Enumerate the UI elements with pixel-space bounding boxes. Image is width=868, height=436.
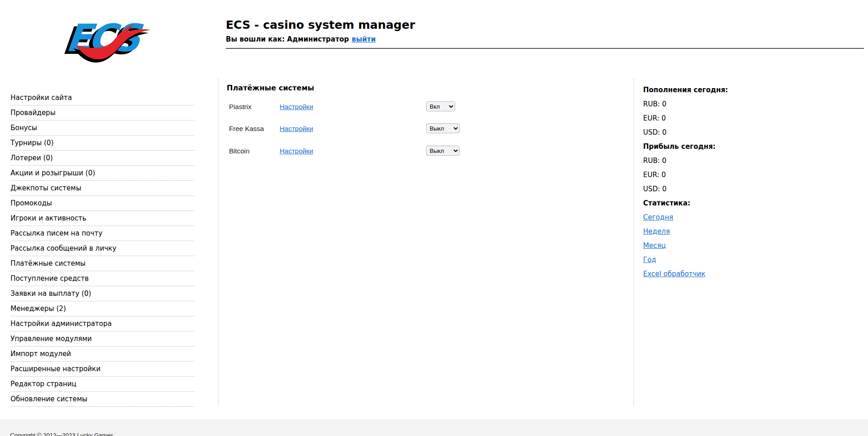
sidebar-item-incoming-funds[interactable]: Поступление средств xyxy=(10,271,194,286)
page-title: ECS - casino system manager xyxy=(226,18,415,32)
stats-link-excel[interactable]: Excel обработчик xyxy=(643,270,705,278)
logout-link[interactable]: выйти xyxy=(352,35,376,43)
sidebar-menu: Настройки сайта Провайдеры Бонусы Турнир… xyxy=(10,90,194,407)
stats-link-today[interactable]: Сегодня xyxy=(643,213,673,221)
sidebar-item-managers[interactable]: Менеджеры (2) xyxy=(10,301,194,316)
sidebar-item-bonuses[interactable]: Бонусы xyxy=(10,121,194,136)
freekassa-state-select[interactable]: Выкл xyxy=(426,123,460,133)
deposits-today-title: Пополнения сегодня: xyxy=(643,86,858,100)
statistics-title: Статистика: xyxy=(643,199,858,213)
bitcoin-state-select[interactable]: Выкл xyxy=(426,146,460,156)
sidebar-item-tournaments[interactable]: Турниры (0) xyxy=(10,136,194,151)
payment-name: Piastrix xyxy=(229,103,251,110)
sidebar-item-payout-requests[interactable]: Заявки на выплату (0) xyxy=(10,286,194,301)
sidebar-item-players-activity[interactable]: Игроки и активность xyxy=(10,211,194,226)
logged-in-label: Вы вошли как: Администратор xyxy=(226,35,349,43)
piastrix-state-select[interactable]: Вкл xyxy=(426,101,455,111)
sidebar-item-lotteries[interactable]: Лотереи (0) xyxy=(10,151,194,166)
sidebar-item-module-import[interactable]: Импорт модулей xyxy=(10,347,194,362)
stats-link-week[interactable]: Неделя xyxy=(643,227,670,236)
main-title: Платёжные системы xyxy=(227,84,628,92)
deposits-usd: USD: 0 xyxy=(643,128,858,142)
profit-eur: EUR: 0 xyxy=(643,171,858,185)
deposits-eur: EUR: 0 xyxy=(643,114,858,128)
profit-today-title: Прибыль сегодня: xyxy=(643,142,858,157)
piastrix-settings-link[interactable]: Настройки xyxy=(280,103,313,110)
sidebar-item-promocodes[interactable]: Промокоды xyxy=(10,196,194,211)
deposits-rub: RUB: 0 xyxy=(643,100,858,114)
bitcoin-settings-link[interactable]: Настройки xyxy=(280,147,313,155)
payment-name: Bitcoin xyxy=(229,147,249,155)
copyright-text: Copyright © 2012—2023 Lucky Games xyxy=(10,432,113,436)
sidebar-item-payment-systems[interactable]: Платёжные системы xyxy=(10,256,194,271)
payment-systems-panel: Платёжные системы Piastrix Настройки Вкл… xyxy=(227,84,628,92)
header-divider xyxy=(226,48,864,49)
sidebar-item-admin-settings[interactable]: Настройки администратора xyxy=(10,316,194,331)
sidebar-item-page-editor[interactable]: Редактор страниц xyxy=(10,377,194,392)
footer: Copyright © 2012—2023 Lucky Games xyxy=(0,419,868,436)
profit-rub: RUB: 0 xyxy=(643,157,858,171)
sidebar-item-system-update[interactable]: Обновление системы xyxy=(10,392,194,407)
freekassa-settings-link[interactable]: Настройки xyxy=(280,125,313,132)
sidebar-item-advanced-settings[interactable]: Расширенные настройки xyxy=(10,362,194,377)
sidebar-item-module-management[interactable]: Управление модулями xyxy=(10,331,194,347)
sidebar-item-pm-mailing[interactable]: Рассылка сообщений в личку xyxy=(10,241,194,256)
profit-usd: USD: 0 xyxy=(643,185,858,199)
stats-link-month[interactable]: Месяц xyxy=(643,242,666,250)
sidebar-item-jackpots[interactable]: Джекпоты системы xyxy=(10,181,194,196)
login-status-line: Вы вошли как: Администраторвыйти xyxy=(226,35,376,43)
sidebar-item-site-settings[interactable]: Настройки сайта xyxy=(10,90,194,105)
sidebar-item-promotions[interactable]: Акции и розыгрыши (0) xyxy=(10,166,194,181)
stats-link-year[interactable]: Год xyxy=(643,256,656,264)
left-column-divider xyxy=(218,79,218,406)
sidebar-item-providers[interactable]: Провайдеры xyxy=(10,105,194,121)
stats-panel: Пополнения сегодня: RUB: 0 EUR: 0 USD: 0… xyxy=(643,86,858,284)
ecs-logo-image: ECS ECS xyxy=(62,7,152,69)
sidebar-item-email-mailing[interactable]: Рассылка писем на почту xyxy=(10,226,194,241)
ecs-logo: ECS ECS xyxy=(62,7,152,71)
payment-name: Free Kassa xyxy=(229,125,264,132)
right-column-divider xyxy=(634,79,634,406)
